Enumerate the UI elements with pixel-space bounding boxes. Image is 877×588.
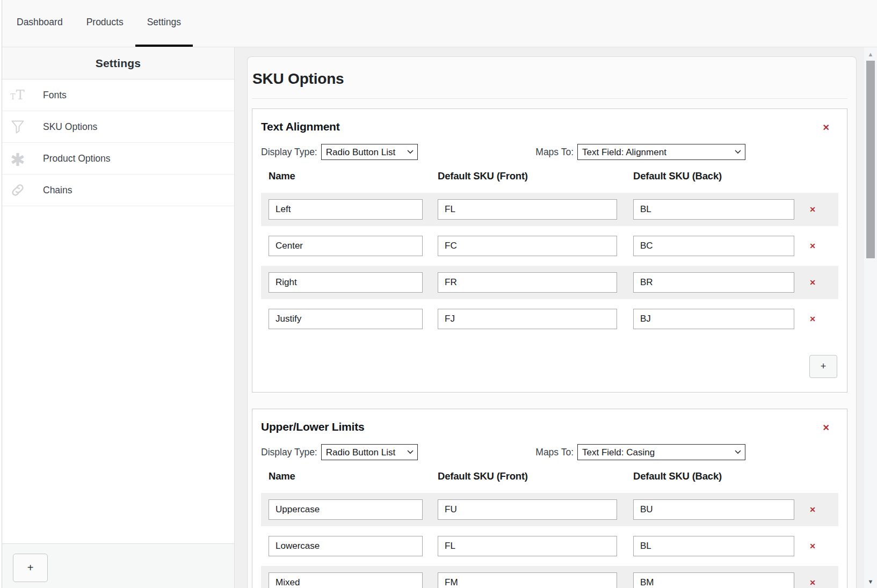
option-rows: ✕ ✕ ✕ — [261, 493, 838, 588]
sku-back-input[interactable] — [633, 536, 794, 556]
table-row: ✕ — [261, 566, 838, 588]
delete-row-button[interactable]: ✕ — [794, 542, 831, 550]
sidebar-item-chains[interactable]: Chains — [2, 175, 234, 206]
sku-options-panel: SKU Options Text Alignment ✕ Display Typ… — [247, 56, 857, 588]
sku-front-input[interactable] — [438, 199, 617, 220]
sku-front-input[interactable] — [438, 236, 617, 256]
maps-to-select[interactable]: Text Field: Casing — [577, 444, 745, 460]
sku-back-input[interactable] — [633, 572, 794, 588]
option-name-input[interactable] — [269, 536, 423, 556]
option-name-input[interactable] — [269, 199, 423, 220]
sku-back-input[interactable] — [633, 272, 794, 293]
table-row: ✕ — [261, 266, 838, 299]
display-type-select[interactable]: Radio Button List — [321, 144, 418, 160]
maps-to-label: Maps To: — [535, 447, 574, 458]
card-upper-lower-limits: Upper/Lower Limits ✕ Display Type: Radio… — [252, 409, 847, 588]
display-type-label: Display Type: — [261, 447, 317, 458]
sidebar-footer: + — [2, 543, 234, 588]
fonts-icon: TT — [2, 88, 33, 103]
column-header-back: Default SKU (Back) — [633, 170, 794, 182]
card-controls: Display Type: Radio Button List Maps To:… — [261, 144, 838, 160]
maps-to-label: Maps To: — [535, 147, 574, 158]
card-text-alignment: Text Alignment ✕ Display Type: Radio But… — [252, 108, 847, 393]
table-row: ✕ — [261, 302, 838, 336]
card-title: Text Alignment — [261, 120, 838, 133]
funnel-icon — [2, 119, 33, 134]
sidebar-item-fonts[interactable]: TT Fonts — [2, 79, 234, 111]
sku-back-input[interactable] — [633, 309, 794, 329]
card-controls: Display Type: Radio Button List Maps To:… — [261, 444, 838, 460]
sidebar-item-label: Fonts — [43, 90, 67, 101]
scroll-down-icon[interactable]: ▼ — [864, 578, 877, 585]
column-header-name: Name — [269, 170, 423, 182]
sidebar-item-label: Chains — [43, 185, 72, 196]
sidebar-item-label: Product Options — [43, 153, 110, 164]
table-row: ✕ — [261, 229, 838, 263]
display-type-select[interactable]: Radio Button List — [321, 444, 418, 460]
sidebar-item-label: SKU Options — [43, 121, 97, 133]
column-header-front: Default SKU (Front) — [438, 470, 617, 482]
sidebar-title: Settings — [2, 47, 234, 79]
sku-back-input[interactable] — [633, 199, 794, 220]
display-type-label: Display Type: — [261, 147, 317, 158]
sidebar-item-sku-options[interactable]: SKU Options — [2, 111, 234, 143]
table-row: ✕ — [261, 193, 838, 226]
scroll-up-icon[interactable]: ▲ — [864, 51, 877, 57]
settings-sidebar: Settings TT Fonts SKU Options ✱ Product … — [2, 47, 235, 588]
page-title: SKU Options — [252, 70, 847, 88]
vertical-scrollbar[interactable]: ▲ ▼ — [864, 47, 877, 588]
table-header: Name Default SKU (Front) Default SKU (Ba… — [261, 470, 838, 482]
delete-row-button[interactable]: ✕ — [794, 315, 831, 323]
maps-to-select[interactable]: Text Field: Alignment — [577, 144, 745, 160]
sku-front-input[interactable] — [438, 499, 617, 520]
delete-row-button[interactable]: ✕ — [794, 242, 831, 250]
sku-back-input[interactable] — [633, 499, 794, 520]
card-title: Upper/Lower Limits — [261, 420, 838, 433]
option-name-input[interactable] — [269, 272, 423, 293]
top-nav: Dashboard Products Settings — [2, 0, 877, 47]
asterisk-icon: ✱ — [2, 149, 33, 169]
sku-back-input[interactable] — [633, 236, 794, 256]
sku-front-input[interactable] — [438, 536, 617, 556]
column-header-name: Name — [269, 470, 423, 482]
option-name-input[interactable] — [269, 572, 423, 588]
sidebar-spacer — [2, 206, 234, 543]
sku-front-input[interactable] — [438, 572, 617, 588]
main-content: SKU Options Text Alignment ✕ Display Typ… — [235, 47, 864, 588]
delete-card-button[interactable]: ✕ — [823, 424, 830, 432]
table-row: ✕ — [261, 529, 838, 563]
chain-link-icon — [2, 183, 33, 198]
delete-row-button[interactable]: ✕ — [794, 506, 831, 513]
column-header-front: Default SKU (Front) — [438, 170, 617, 182]
option-rows: ✕ ✕ ✕ — [261, 193, 838, 336]
sku-front-input[interactable] — [438, 309, 617, 329]
scrollbar-thumb[interactable] — [866, 61, 875, 258]
column-header-back: Default SKU (Back) — [633, 470, 794, 482]
content-layout: Settings TT Fonts SKU Options ✱ Product … — [2, 47, 877, 588]
delete-card-button[interactable]: ✕ — [823, 124, 830, 132]
option-name-input[interactable] — [269, 236, 423, 256]
sidebar-item-product-options[interactable]: ✱ Product Options — [2, 143, 234, 175]
table-header: Name Default SKU (Front) Default SKU (Ba… — [261, 170, 838, 182]
delete-row-button[interactable]: ✕ — [794, 579, 831, 586]
tab-settings[interactable]: Settings — [135, 0, 193, 47]
table-row: ✕ — [261, 493, 838, 526]
title-divider — [252, 98, 847, 99]
tab-dashboard[interactable]: Dashboard — [5, 0, 75, 47]
delete-row-button[interactable]: ✕ — [794, 206, 831, 213]
app-window: Dashboard Products Settings Settings TT … — [2, 0, 877, 588]
tab-products[interactable]: Products — [75, 0, 135, 47]
delete-row-button[interactable]: ✕ — [794, 279, 831, 286]
option-name-input[interactable] — [269, 499, 423, 520]
add-row-button[interactable]: + — [809, 355, 837, 378]
add-settings-section-button[interactable]: + — [13, 554, 48, 582]
option-name-input[interactable] — [269, 309, 423, 329]
sku-front-input[interactable] — [438, 272, 617, 293]
